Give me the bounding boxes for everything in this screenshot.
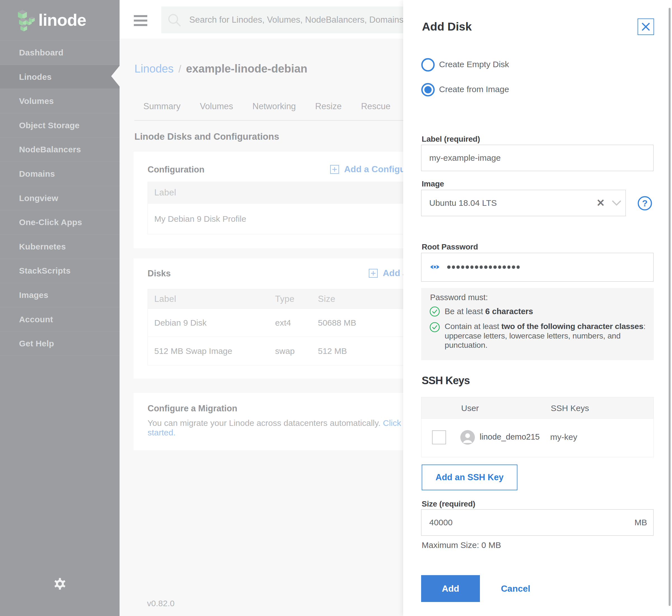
svg-text:?: ? <box>642 198 648 208</box>
